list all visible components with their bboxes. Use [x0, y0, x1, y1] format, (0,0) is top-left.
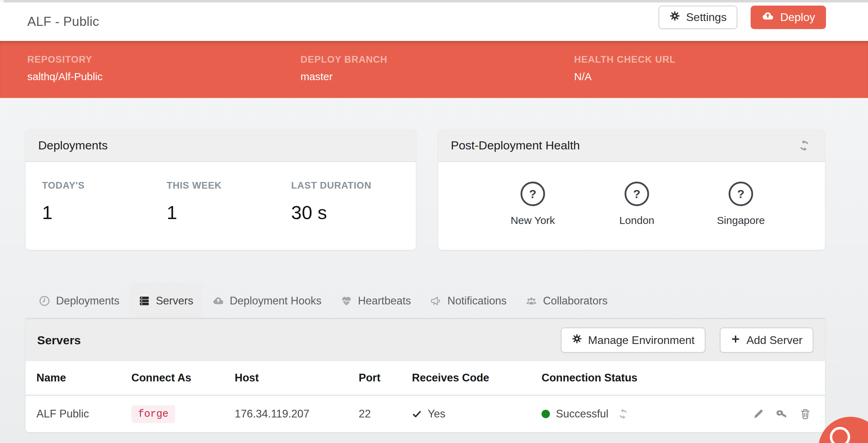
delete-trash-icon[interactable]	[799, 408, 811, 420]
deployments-card-body: TODAY'S 1 THIS WEEK 1 LAST DURATION 30 s	[26, 162, 416, 249]
deploy-button[interactable]: Deploy	[751, 6, 826, 29]
stat-last-duration-label: LAST DURATION	[291, 180, 416, 191]
manage-environment-button[interactable]: Manage Environment	[561, 328, 705, 353]
servers-table-header: Name Connect As Host Port Receives Code …	[26, 361, 825, 396]
tab-label: Heartbeats	[358, 295, 411, 307]
tab-label: Deployment Hooks	[230, 295, 322, 307]
server-host: 176.34.119.207	[235, 408, 359, 420]
project-summary-banner: REPOSITORY salthq/Alf-Public DEPLOY BRAN…	[0, 41, 868, 98]
server-name: ALF Public	[36, 408, 131, 420]
tab-label: Servers	[156, 295, 193, 307]
gear-icon	[572, 333, 582, 347]
column-port: Port	[359, 372, 412, 384]
tab-deployments[interactable]: Deployments	[29, 283, 129, 319]
health-card-header: Post-Deployment Health	[438, 129, 825, 162]
stat-this-week-value: 1	[167, 202, 291, 223]
server-row-actions	[726, 408, 814, 420]
stat-this-week: THIS WEEK 1	[167, 180, 291, 249]
users-icon	[525, 295, 537, 307]
add-server-label: Add Server	[746, 334, 802, 347]
column-receives-code: Receives Code	[412, 372, 542, 384]
stat-last-duration: LAST DURATION 30 s	[291, 180, 416, 249]
health-status-unknown: ?	[737, 187, 745, 201]
connection-status-value: Successful	[556, 408, 608, 420]
tab-notifications[interactable]: Notifications	[420, 283, 516, 319]
envoyer-project-page: ALF - Public	[0, 0, 868, 443]
column-connect-as: Connect As	[131, 372, 235, 384]
stat-this-week-label: THIS WEEK	[167, 180, 291, 191]
plus-icon	[731, 334, 740, 347]
server-table-row: ALF Public forge 176.34.119.207 22 Yes S…	[26, 396, 825, 432]
heartbeat-icon	[340, 295, 352, 307]
health-check-url-label: HEALTH CHECK URL	[574, 54, 676, 65]
tab-collaborators[interactable]: Collaborators	[516, 283, 617, 319]
settings-button[interactable]: Settings	[659, 6, 738, 29]
deployments-card: Deployments TODAY'S 1 THIS WEEK 1 LAST D…	[26, 129, 416, 250]
post-deployment-health-card: Post-Deployment Health ? New York ? Lond…	[438, 129, 825, 250]
add-server-button[interactable]: Add Server	[720, 328, 813, 353]
refresh-icon[interactable]	[617, 408, 629, 420]
connection-status-cell: Successful	[542, 408, 726, 420]
question-circle-icon: ?	[625, 182, 649, 206]
repository-value: salthq/Alf-Public	[27, 71, 103, 83]
column-connection-status: Connection Status	[542, 372, 726, 384]
settings-button-label: Settings	[686, 11, 727, 24]
header-actions: Settings Deploy	[659, 6, 826, 29]
project-tabs: Deployments Servers	[29, 283, 617, 319]
gear-icon	[669, 10, 680, 24]
tab-label: Notifications	[447, 295, 507, 307]
check-icon	[412, 409, 422, 419]
health-check-url-summary: HEALTH CHECK URL N/A	[574, 54, 676, 83]
connect-as-badge: forge	[131, 405, 175, 423]
health-check-url-value: N/A	[574, 71, 676, 83]
deploy-branch-summary: DEPLOY BRANCH master	[301, 54, 387, 83]
health-card-body: ? New York ? London ? Singapore	[438, 162, 825, 249]
megaphone-icon	[430, 295, 442, 307]
tab-label: Collaborators	[543, 295, 607, 307]
cloud-upload-icon	[212, 295, 224, 307]
stat-todays-value: 1	[42, 202, 167, 223]
app-header: ALF - Public	[0, 2, 868, 41]
column-name: Name	[36, 372, 131, 384]
chat-beacon-button[interactable]	[818, 417, 868, 443]
deployments-card-title: Deployments	[38, 139, 108, 152]
stat-todays-label: TODAY'S	[42, 180, 167, 191]
health-region-london: ? London	[595, 182, 679, 249]
page-title: ALF - Public	[27, 14, 99, 29]
region-label: London	[619, 215, 654, 226]
health-region-singapore: ? Singapore	[699, 182, 783, 249]
manage-environment-label: Manage Environment	[588, 334, 695, 347]
question-circle-icon: ?	[521, 182, 545, 206]
receives-code-value: Yes	[428, 408, 446, 420]
deploy-branch-label: DEPLOY BRANCH	[301, 54, 387, 65]
server-port: 22	[359, 408, 412, 420]
region-label: Singapore	[717, 215, 765, 226]
tab-deployment-hooks[interactable]: Deployment Hooks	[203, 283, 331, 319]
health-status-unknown: ?	[529, 187, 537, 201]
edit-pencil-icon[interactable]	[752, 408, 764, 420]
ssh-key-icon[interactable]	[776, 408, 788, 420]
cloud-upload-icon	[762, 10, 774, 25]
clock-icon	[39, 295, 50, 307]
servers-panel-actions: Manage Environment Add Server	[561, 328, 813, 353]
refresh-icon[interactable]	[798, 139, 811, 152]
servers-panel: Servers	[26, 318, 825, 432]
server-stack-icon	[138, 295, 150, 307]
tab-servers[interactable]: Servers	[129, 283, 203, 319]
servers-panel-header: Servers	[26, 319, 825, 361]
tab-label: Deployments	[56, 295, 119, 307]
health-region-new-york: ? New York	[491, 182, 575, 249]
repository-summary: REPOSITORY salthq/Alf-Public	[27, 54, 103, 83]
horizontal-scrollbar[interactable]	[4, 0, 868, 2]
servers-panel-title: Servers	[37, 333, 81, 347]
stat-todays: TODAY'S 1	[42, 180, 167, 249]
stat-last-duration-value: 30 s	[291, 202, 416, 223]
region-label: New York	[511, 215, 555, 226]
health-status-unknown: ?	[633, 187, 641, 201]
receives-code-cell: Yes	[412, 408, 542, 420]
tab-heartbeats[interactable]: Heartbeats	[331, 283, 421, 319]
deploy-button-label: Deploy	[780, 11, 815, 24]
repository-label: REPOSITORY	[27, 54, 103, 65]
status-dot-icon	[542, 410, 550, 418]
deploy-branch-value: master	[301, 71, 387, 83]
